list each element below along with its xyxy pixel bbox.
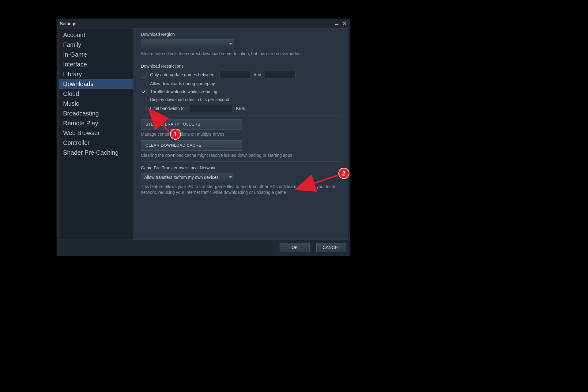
download-region-help: Steam auto-selects the nearest download … [141,51,341,57]
lan-transfer-value: Allow transfers to/from my own devices [141,173,227,182]
divider [141,60,341,60]
button-label: STEAM LIBRARY FOLDERS [145,122,200,126]
sidebar-item-interface[interactable]: Interface [59,59,133,69]
sidebar-item-remote-play[interactable]: Remote Play [59,118,133,128]
sidebar-item-music[interactable]: Music [59,99,133,108]
sidebar-item-label: Account [63,32,85,39]
allow-during-gameplay-checkbox[interactable] [141,81,146,86]
lan-transfer-heading: Game File Transfer over Local Network [141,165,341,170]
sidebar-item-label: Remote Play [63,120,98,127]
download-restrictions-heading: Download Restrictions [141,64,341,69]
download-region-select[interactable] [141,39,234,48]
divider [141,161,341,162]
sidebar-item-label: Library [63,71,82,78]
limit-bandwidth-label: Limit bandwidth to: [150,106,186,111]
dialog-footer: OK CANCEL [280,243,346,252]
sidebar-item-shader-precaching[interactable]: Shader Pre-Caching [59,148,133,157]
auto-update-window-checkbox[interactable] [141,72,146,77]
close-button[interactable] [342,21,347,26]
sidebar-item-label: Interface [63,61,87,68]
button-label: CANCEL [323,245,340,250]
divider [141,115,341,115]
sidebar-item-downloads[interactable]: Downloads [59,79,133,89]
steam-library-folders-button[interactable]: STEAM LIBRARY FOLDERS [141,119,242,130]
download-region-heading: Download Region [141,32,341,37]
ok-button[interactable]: OK [280,243,310,252]
button-label: OK [292,245,298,250]
limit-bandwidth-checkbox[interactable] [141,106,146,111]
settings-window: Settings Account Family In-Game Interfac… [57,19,350,256]
svg-rect-0 [335,24,338,25]
auto-update-window-label: Only auto-update games between: [150,72,216,77]
limit-bandwidth-input[interactable] [190,105,232,112]
sidebar-item-label: In-Game [63,51,87,58]
display-bits-label: Display download rates in bits per secon… [150,97,229,102]
sidebar-item-label: Shader Pre-Caching [63,149,119,156]
sidebar-item-controller[interactable]: Controller [59,138,133,148]
auto-update-end-input[interactable] [265,71,296,78]
titlebar[interactable]: Settings [57,19,350,28]
lan-transfer-help: This feature allows your PC to transfer … [141,184,337,195]
display-bits-checkbox[interactable] [141,97,146,102]
sidebar-item-family[interactable]: Family [59,40,133,50]
sidebar-item-label: Broadcasting [63,110,99,117]
clear-download-cache-help: Clearing the download cache might resolv… [141,153,341,158]
chevron-down-icon [227,40,234,48]
downloads-panel: Download Region Steam auto-selects the n… [134,28,348,240]
window-title: Settings [60,21,76,26]
auto-update-and-label: And [254,72,261,77]
throttle-streaming-checkbox[interactable] [141,89,146,94]
minimize-button[interactable] [334,21,339,26]
auto-update-start-input[interactable] [219,71,250,78]
allow-during-gameplay-label: Allow downloads during gameplay [150,81,215,86]
steam-library-folders-help: Manage content locations on multiple dri… [141,131,341,137]
download-region-value [141,40,227,48]
sidebar-item-cloud[interactable]: Cloud [59,89,133,99]
sidebar: Account Family In-Game Interface Library… [58,28,134,240]
lan-transfer-select[interactable]: Allow transfers to/from my own devices [141,173,234,182]
chevron-down-icon [227,173,234,182]
limit-bandwidth-unit: KB/s [236,106,245,111]
sidebar-item-label: Web Browser [63,130,100,137]
sidebar-item-label: Controller [63,139,90,146]
throttle-streaming-label: Throttle downloads while streaming [150,89,217,94]
sidebar-item-library[interactable]: Library [59,69,133,79]
sidebar-item-in-game[interactable]: In-Game [59,50,133,59]
sidebar-item-label: Downloads [63,81,93,88]
sidebar-item-label: Cloud [63,90,79,97]
sidebar-item-web-browser[interactable]: Web Browser [59,128,133,138]
clear-download-cache-button[interactable]: CLEAR DOWNLOAD CACHE [141,140,242,151]
sidebar-item-label: Music [63,100,79,107]
button-label: CLEAR DOWNLOAD CACHE [145,143,202,148]
sidebar-item-broadcasting[interactable]: Broadcasting [59,108,133,118]
sidebar-item-label: Family [63,41,81,48]
cancel-button[interactable]: CANCEL [316,243,346,252]
sidebar-item-account[interactable]: Account [59,30,133,40]
